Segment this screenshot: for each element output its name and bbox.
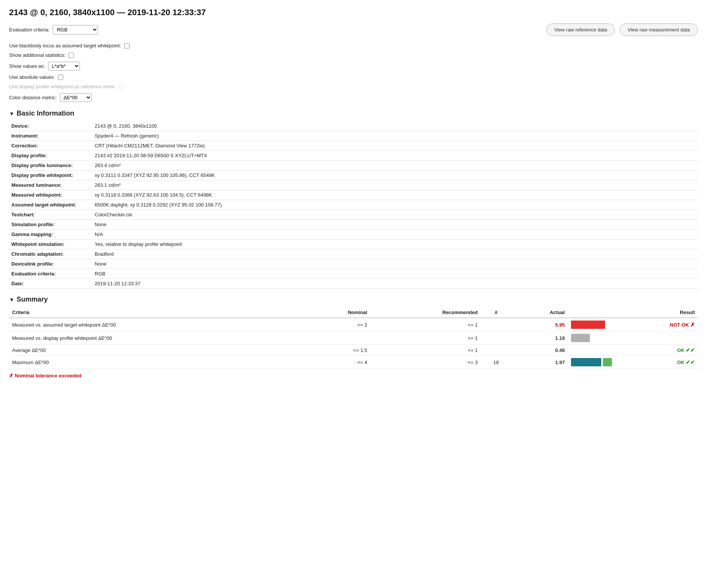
- info-value: ColorChecker.cie: [92, 210, 698, 220]
- info-value: 263.4 cd/m²: [92, 161, 698, 170]
- display-profile-checkbox: [119, 84, 124, 89]
- info-table-row: Measured whitepoint: xy 0.3118 0.3366 (X…: [9, 190, 698, 200]
- info-table-row: Testchart: ColorChecker.cie: [9, 210, 698, 220]
- summary-title: Summary: [17, 296, 48, 303]
- summary-result: NOT OK ✗: [615, 318, 698, 332]
- summary-col-recommended: Recommended: [370, 307, 480, 318]
- summary-col-result: Result: [615, 307, 698, 318]
- info-label: Whitepoint simulation:: [9, 239, 92, 249]
- info-label: Measured whitepoint:: [9, 190, 92, 200]
- info-label: Evaluation criteria:: [9, 269, 92, 279]
- warning-text: Nominal tolerance exceeded: [15, 373, 81, 378]
- info-label: Display profile whitepoint:: [9, 170, 92, 180]
- info-value: 2019-11-20 12:33:37: [92, 279, 698, 289]
- show-values-label: Show values as:: [9, 63, 45, 69]
- check-icon: ✔✔: [686, 359, 695, 365]
- blackbody-checkbox[interactable]: [124, 43, 130, 48]
- summary-actual: 5.95: [511, 318, 568, 332]
- summary-recommended: <= 1: [370, 332, 480, 345]
- summary-bar: [568, 332, 615, 345]
- result-ok: OK ✔✔: [677, 347, 695, 353]
- color-distance-option-row: Color distance metric: ΔE*00 ΔE*94 ΔE*76: [9, 93, 698, 102]
- summary-recommended: <= 1: [370, 318, 480, 332]
- display-profile-option-row: Use display profile whitepoint as refere…: [9, 84, 698, 89]
- summary-result: [615, 332, 698, 345]
- summary-table-row: Maximum ΔE*00 <= 4 <= 3 18 1.97 OK ✔✔: [9, 356, 698, 369]
- summary-actual: 0.46: [511, 345, 568, 356]
- info-table-row: Gamma mapping: N/A: [9, 230, 698, 239]
- info-table-row: Assumed target whitepoint: 6500K dayligh…: [9, 200, 698, 210]
- blackbody-label: Use blackbody locus as assumed target wh…: [9, 43, 121, 48]
- info-table-row: Whitepoint simulation: Yes, relative to …: [9, 239, 698, 249]
- summary-criteria: Measured vs. assumed target whitepoint Δ…: [9, 318, 302, 332]
- info-value: Bradford: [92, 249, 698, 259]
- summary-hash: [481, 345, 511, 356]
- result-ok: OK ✔✔: [677, 360, 695, 365]
- info-table-row: Instrument: Spyder4 — Refresh (generic): [9, 131, 698, 141]
- blackbody-option-row: Use blackbody locus as assumed target wh…: [9, 43, 698, 48]
- info-value: 2143 #2 2019-11-20 08-59 D6500 S XYZLUT+…: [92, 151, 698, 161]
- summary-nominal: <= 4: [302, 356, 371, 369]
- info-value: 263.1 cd/m²: [92, 180, 698, 190]
- summary-bar: [568, 356, 615, 369]
- info-label: Gamma mapping:: [9, 230, 92, 239]
- bar-gray: [571, 334, 590, 342]
- info-table-row: Correction: CRT (Hitachi CM2112MET, Diam…: [9, 141, 698, 151]
- info-value: xy 0.3118 0.3366 (XYZ 92.63 100 104.5), …: [92, 190, 698, 200]
- summary-hash: 18: [481, 356, 511, 369]
- summary-actual: 1.97: [511, 356, 568, 369]
- summary-nominal: <= 1.5: [302, 345, 371, 356]
- absolute-values-checkbox[interactable]: [58, 75, 63, 80]
- page-title: 2143 @ 0, 2160, 3840x1100 — 2019-11-20 1…: [9, 8, 698, 17]
- summary-nominal: [302, 332, 371, 345]
- info-table-row: Devicelink profile: None: [9, 259, 698, 269]
- top-buttons: View raw reference data View raw measure…: [546, 23, 698, 36]
- view-raw-reference-button[interactable]: View raw reference data: [546, 23, 615, 36]
- info-value: Spyder4 — Refresh (generic): [92, 131, 698, 141]
- summary-result: OK ✔✔: [615, 345, 698, 356]
- summary-criteria: Average ΔE*00: [9, 345, 302, 356]
- info-value: Yes, relative to display profile whitepo…: [92, 239, 698, 249]
- check-icon: ✔✔: [686, 347, 695, 353]
- show-values-select[interactable]: L*a*b* XYZ xyY: [48, 62, 80, 70]
- info-label: Simulation profile:: [9, 220, 92, 230]
- info-value: RGB: [92, 269, 698, 279]
- eval-criteria-select[interactable]: RGB: [53, 25, 98, 34]
- info-label: Device:: [9, 121, 92, 131]
- additional-stats-option-row: Show additional statistics:: [9, 52, 698, 58]
- info-table-row: Evaluation criteria: RGB: [9, 269, 698, 279]
- info-label: Correction:: [9, 141, 92, 151]
- nominal-warning: ✗ Nominal tolerance exceeded: [9, 373, 698, 378]
- info-value: N/A: [92, 230, 698, 239]
- additional-stats-checkbox[interactable]: [69, 53, 74, 58]
- info-table-row: Date: 2019-11-20 12:33:37: [9, 279, 698, 289]
- summary-col-actual: Actual: [511, 307, 568, 318]
- summary-table-row: Measured vs. display profile whitepoint …: [9, 332, 698, 345]
- info-value: 2143 @ 0, 2160, 3840x1100: [92, 121, 698, 131]
- bar-teal-group: [571, 358, 612, 366]
- absolute-values-label: Use absolute values:: [9, 74, 55, 80]
- top-bar: Evaluation criteria: RGB View raw refere…: [9, 23, 698, 36]
- summary-col-nominal: Nominal: [302, 307, 371, 318]
- summary-bar: [568, 345, 615, 356]
- info-table-row: Chromatic adaptation: Bradford: [9, 249, 698, 259]
- color-distance-label: Color distance metric:: [9, 95, 57, 100]
- summary-actual: 1.18: [511, 332, 568, 345]
- info-value: CRT (Hitachi CM2112MET, Diamond View 177…: [92, 141, 698, 151]
- summary-table-row: Measured vs. assumed target whitepoint Δ…: [9, 318, 698, 332]
- warning-icon: ✗: [9, 373, 13, 378]
- summary-result: OK ✔✔: [615, 356, 698, 369]
- bar-red: [571, 321, 605, 329]
- color-distance-select[interactable]: ΔE*00 ΔE*94 ΔE*76: [60, 93, 92, 102]
- summary-section-header: ▼ Summary: [9, 296, 698, 303]
- bar-teal: [571, 358, 601, 366]
- info-label: Chromatic adaptation:: [9, 249, 92, 259]
- info-label: Date:: [9, 279, 92, 289]
- info-table-row: Display profile luminance: 263.4 cd/m²: [9, 161, 698, 170]
- basic-info-title: Basic Information: [17, 109, 74, 117]
- summary-nominal: <= 2: [302, 318, 371, 332]
- info-label: Assumed target whitepoint:: [9, 200, 92, 210]
- summary-recommended: <= 3: [370, 356, 480, 369]
- view-raw-measurement-button[interactable]: View raw measurement data: [619, 23, 698, 36]
- options-panel: Use blackbody locus as assumed target wh…: [9, 43, 698, 102]
